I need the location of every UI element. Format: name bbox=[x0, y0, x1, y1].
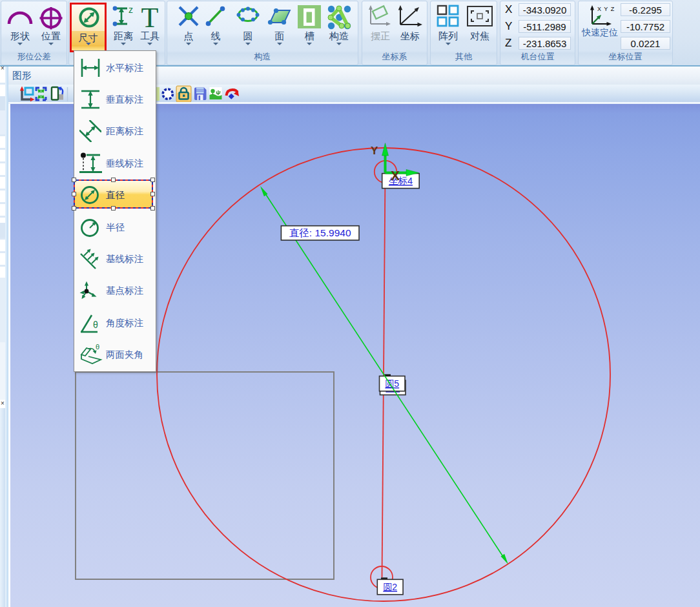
svg-text:θ: θ bbox=[93, 320, 98, 330]
svg-text:Y: Y bbox=[371, 145, 378, 157]
svg-text:X: X bbox=[391, 168, 400, 183]
svg-text:圆2: 圆2 bbox=[383, 582, 397, 592]
svg-text:直径: 15.9940: 直径: 15.9940 bbox=[289, 227, 351, 238]
svg-text:θ: θ bbox=[96, 344, 99, 351]
